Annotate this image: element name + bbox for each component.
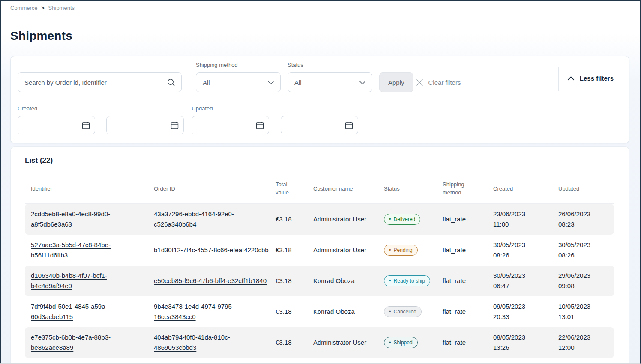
breadcrumb: Commerce > Shipments [1, 1, 640, 11]
identifier-link[interactable]: 2cdd5eb8-e8a0-4ec8-99d0-a8f5db6e3a63 [31, 210, 110, 228]
shipping-method-select[interactable]: All [196, 72, 281, 92]
identifier-link[interactable]: d106340b-b4b8-4f07-bcf1-b4e4d9af94e0 [31, 272, 107, 289]
less-filters-label: Less filters [580, 75, 614, 82]
column-header-order-id: Order ID [154, 185, 276, 193]
status-badge: • Cancelled [384, 306, 422, 317]
column-header-total-value: Total value [276, 180, 313, 197]
customer-name-cell: Konrad Oboza [313, 271, 384, 291]
created-cell: 08/05/202313:26 [493, 328, 558, 358]
column-header-identifier: Identifier [31, 185, 154, 193]
column-header-updated: Updated [558, 185, 614, 193]
created-label: Created [18, 105, 184, 113]
status-value: All [294, 79, 302, 86]
search-input[interactable] [18, 73, 181, 92]
customer-name-cell: Administrator User [313, 209, 384, 229]
status-cell: • Cancelled [384, 301, 443, 322]
identifier-cell: 2cdd5eb8-e8a0-4ec8-99d0-a8f5db6e3a63 [31, 204, 154, 234]
filter-divider [558, 67, 559, 91]
order-id-link[interactable]: 9b4e3478-1e4d-4974-9795-16cea3843cc0 [154, 303, 234, 320]
total-value-cell: €3.18 [276, 209, 313, 229]
status-cell: • Pending [384, 240, 443, 260]
search-icon[interactable] [167, 78, 176, 87]
shipping-method-cell: flat_rate [443, 240, 493, 260]
identifier-link[interactable]: 527aae3a-5b5d-47c8-84be-b56f11d6ffb3 [31, 241, 111, 259]
shipping-method-cell: flat_rate [443, 271, 493, 291]
column-header-status: Status [384, 185, 443, 193]
updated-to-box [281, 116, 358, 134]
shipping-method-cell: flat_rate [443, 302, 493, 322]
updated-filter: Updated – [192, 105, 358, 134]
shipping-method-cell: flat_rate [443, 333, 493, 352]
status-badge: • Ready to ship [384, 275, 430, 286]
customer-name-cell: Administrator User [313, 240, 384, 260]
customer-name-cell: Administrator User [313, 333, 384, 352]
total-value-cell: €3.18 [276, 240, 313, 260]
status-filter: Status All [288, 62, 372, 92]
created-filter: Created – [18, 105, 184, 134]
shipping-method-value: All [203, 79, 210, 86]
clear-filters-label: Clear filters [428, 79, 461, 86]
search-group [18, 62, 182, 92]
status-badge-label: Ready to ship [394, 278, 425, 283]
total-value-cell: €3.18 [276, 333, 313, 352]
identifier-link[interactable]: 7df9f4bd-50e1-4845-a59a-60d3acbeb115 [31, 303, 107, 320]
status-badge-label: Pending [394, 248, 413, 253]
calendar-icon[interactable] [82, 121, 90, 130]
order-id-cell: 404ab794-f0f0-41da-810c-4869053cbbd3 [154, 328, 276, 358]
calendar-icon[interactable] [256, 121, 264, 130]
filters-panel: Shipping method All Status All [10, 56, 629, 143]
order-id-link[interactable]: 43a37296-ebbd-4164-92e0-c526a340b6b4 [154, 210, 234, 228]
identifier-cell: d106340b-b4b8-4f07-bcf1-b4e4d9af94e0 [31, 266, 154, 296]
breadcrumb-item-commerce[interactable]: Commerce [10, 5, 38, 11]
created-cell: 30/05/202308:26 [493, 235, 558, 265]
updated-label: Updated [192, 105, 358, 113]
less-filters-toggle[interactable]: Less filters [566, 75, 622, 82]
status-badge: • Delivered [384, 214, 420, 225]
status-badge: • Shipped [384, 337, 418, 348]
order-id-link[interactable]: 404ab794-f0f0-41da-810c-4869053cbbd3 [154, 334, 230, 351]
created-cell: 09/05/202320:33 [493, 297, 558, 327]
column-header-created: Created [493, 185, 558, 193]
status-cell: • Delivered [384, 209, 443, 230]
identifier-link[interactable]: e7e375cb-6b0b-4e7a-88b3-be862ace8a89 [31, 334, 111, 351]
column-header-shipping-method: Shipping method [443, 180, 493, 197]
shipments-list-panel: List (22) Identifier Order ID Total valu… [10, 146, 629, 364]
status-cell: • Shipped [384, 332, 443, 353]
order-id-link[interactable]: e50ceb85-f9c6-47b6-bff4-e32cff1b1840 [154, 277, 267, 284]
order-id-link[interactable]: b1d30f12-7f4c-4557-8c66-efeaf4220cbb [154, 246, 269, 254]
table-row: d106340b-b4b8-4f07-bcf1-b4e4d9af94e0 e50… [25, 266, 614, 296]
identifier-cell: 527aae3a-5b5d-47c8-84be-b56f11d6ffb3 [31, 235, 154, 265]
status-cell: • Ready to ship [384, 271, 443, 291]
status-label: Status [288, 62, 372, 69]
chevron-down-icon [359, 81, 366, 84]
order-id-cell: b1d30f12-7f4c-4557-8c66-efeaf4220cbb [154, 240, 276, 260]
updated-cell: 29/06/202309:08 [558, 266, 614, 296]
page: Commerce > Shipments Shipments [0, 0, 641, 364]
identifier-cell: e7e375cb-6b0b-4e7a-88b3-be862ace8a89 [31, 328, 154, 358]
created-cell: 23/06/202311:00 [493, 204, 558, 234]
apply-button[interactable]: Apply [379, 72, 413, 92]
order-id-cell: 9b4e3478-1e4d-4974-9795-16cea3843cc0 [154, 297, 276, 327]
filters-date-row: Created – [11, 99, 629, 143]
calendar-icon[interactable] [345, 121, 353, 130]
x-icon [416, 79, 423, 86]
breadcrumb-item-shipments: Shipments [48, 5, 75, 11]
status-badge-label: Delivered [394, 217, 416, 222]
updated-cell: 22/06/202312:00 [558, 328, 614, 358]
created-cell: 30/05/202306:47 [493, 266, 558, 296]
clear-filters-button[interactable]: Clear filters [413, 72, 464, 92]
status-select[interactable]: All [288, 72, 372, 92]
created-from-box [18, 116, 95, 134]
order-id-cell: e50ceb85-f9c6-47b6-bff4-e32cff1b1840 [154, 271, 276, 291]
total-value-cell: €3.18 [276, 302, 313, 322]
shipping-method-filter: Shipping method All [196, 62, 281, 92]
range-separator: – [273, 122, 276, 129]
order-id-cell: 43a37296-ebbd-4164-92e0-c526a340b6b4 [154, 204, 276, 234]
chevron-down-icon [267, 81, 274, 84]
search-box [18, 72, 182, 92]
shipping-method-cell: flat_rate [443, 209, 493, 229]
calendar-icon[interactable] [171, 121, 179, 130]
customer-name-cell: Konrad Oboza [313, 302, 384, 322]
created-to-box [106, 116, 184, 134]
status-badge-label: Cancelled [394, 309, 416, 314]
